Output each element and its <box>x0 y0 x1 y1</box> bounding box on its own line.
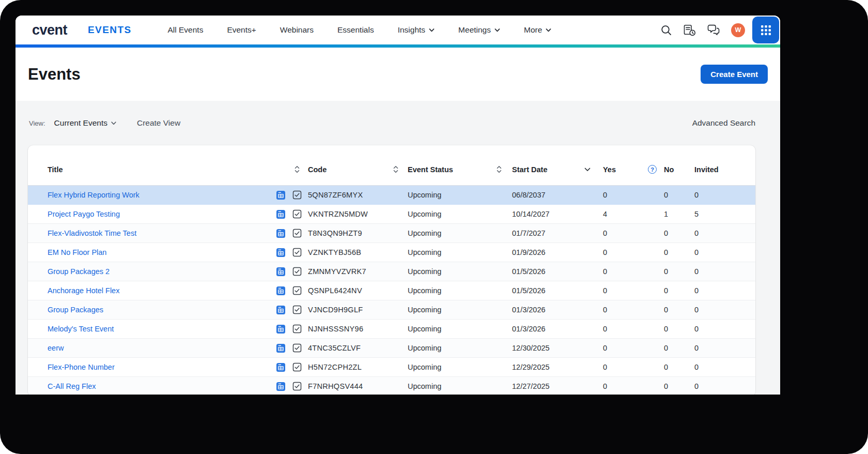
registration-check-icon[interactable] <box>292 324 308 334</box>
event-hub-icon[interactable] <box>276 362 292 372</box>
column-header-title[interactable]: Title <box>28 165 308 174</box>
column-header-code[interactable]: Code <box>308 165 408 174</box>
registration-check-icon[interactable] <box>292 190 308 200</box>
cell-code: F7NRHQSV444 <box>308 382 408 390</box>
nav-item[interactable]: More <box>524 25 551 35</box>
sort-icon[interactable] <box>497 165 502 173</box>
registration-check-icon[interactable] <box>292 286 308 295</box>
table-row[interactable]: Anchorage Hotel Flex QSNPL6424NV Upcomin… <box>28 281 755 300</box>
table-row[interactable]: Project Paygo Testing VKNTRZN5MDW Upcomi… <box>28 205 755 224</box>
column-header-event-status[interactable]: Event Status <box>408 165 512 174</box>
event-hub-icon[interactable] <box>276 229 292 238</box>
table-row[interactable]: Melody's Test Event NJNHSSSNY96 Upcoming… <box>28 320 755 339</box>
chat-support-icon[interactable] <box>707 24 720 36</box>
event-title-link[interactable]: eerw <box>48 344 64 352</box>
nav-item-label: Insights <box>398 25 425 35</box>
cell-code: ZMNMYVZVRK7 <box>308 267 408 276</box>
sort-icon[interactable] <box>393 165 398 173</box>
table-row[interactable]: Group Packages 2 ZMNMYVZVRK7 Upcoming 01… <box>28 262 755 281</box>
event-hub-icon[interactable] <box>276 305 292 315</box>
registration-check-icon[interactable] <box>292 229 308 238</box>
registration-check-icon[interactable] <box>292 267 308 276</box>
column-header-start-date[interactable]: Start Date <box>512 165 603 174</box>
event-hub-icon[interactable] <box>276 248 292 258</box>
cell-start-date: 01/5/2026 <box>512 267 603 276</box>
event-hub-icon[interactable] <box>276 209 292 219</box>
avatar[interactable]: W <box>731 23 745 37</box>
recent-items-icon[interactable] <box>683 24 696 36</box>
event-hub-icon[interactable] <box>276 190 292 200</box>
cell-title: C-All Reg Flex <box>28 382 276 390</box>
table-row[interactable]: Flex-Vladivostok Time Test T8N3QN9HZT9 U… <box>28 224 755 243</box>
product-title: EVENTS <box>88 24 131 36</box>
chevron-down-icon <box>546 28 551 32</box>
table-row[interactable]: EM No Floor Plan VZNKTYBJ56B Upcoming 01… <box>28 243 755 262</box>
cell-status: Upcoming <box>408 229 512 237</box>
column-label: Event Status <box>408 165 453 174</box>
table-row[interactable]: Flex-Phone Number H5N72CPH2ZL Upcoming 1… <box>28 358 755 377</box>
create-event-button[interactable]: Create Event <box>701 65 768 84</box>
event-title-link[interactable]: Flex-Phone Number <box>48 363 115 371</box>
event-hub-icon[interactable] <box>276 324 292 334</box>
nav-item-label: Webinars <box>280 25 314 35</box>
create-view-link[interactable]: Create View <box>137 118 180 128</box>
view-label: View: <box>29 119 45 127</box>
nav-item[interactable]: Meetings <box>458 25 500 35</box>
registration-check-icon[interactable] <box>292 305 308 314</box>
cell-code: VJNCD9H9GLF <box>308 306 408 314</box>
event-title-link[interactable]: Group Packages 2 <box>48 267 110 276</box>
registration-check-icon[interactable] <box>292 248 308 257</box>
cell-status: Upcoming <box>408 306 512 314</box>
event-title-link[interactable]: Anchorage Hotel Flex <box>48 286 119 295</box>
device-frame: cvent EVENTS All Events Events+ Webinars… <box>0 0 868 454</box>
nav-item[interactable]: Insights <box>398 25 435 35</box>
help-icon[interactable]: ? <box>648 165 657 174</box>
event-title-link[interactable]: Project Paygo Testing <box>48 210 120 218</box>
cell-status: Upcoming <box>408 286 512 295</box>
column-label: Code <box>308 165 327 174</box>
chevron-down-icon <box>111 122 116 125</box>
registration-check-icon[interactable] <box>292 343 308 353</box>
cell-status: Upcoming <box>408 191 512 199</box>
event-hub-icon[interactable] <box>276 382 292 391</box>
event-title-link[interactable]: Melody's Test Event <box>48 325 114 333</box>
event-title-link[interactable]: Flex-Vladivostok Time Test <box>48 229 136 237</box>
table-row[interactable]: C-All Reg Flex F7NRHQSV444 Upcoming 12/2… <box>28 377 755 395</box>
advanced-search-link[interactable]: Advanced Search <box>692 118 755 128</box>
event-hub-icon[interactable] <box>276 267 292 277</box>
sort-icon[interactable] <box>295 165 300 173</box>
nav-item[interactable]: Webinars <box>280 25 314 35</box>
table-row[interactable]: Flex Hybrid Reporting Work 5QN87ZF6MYX U… <box>28 186 755 205</box>
cell-title: Anchorage Hotel Flex <box>28 286 276 295</box>
event-title-link[interactable]: C-All Reg Flex <box>48 382 96 390</box>
cvent-logo[interactable]: cvent <box>32 22 67 38</box>
event-title-link[interactable]: Flex Hybrid Reporting Work <box>48 191 140 199</box>
column-label: Title <box>48 165 63 174</box>
events-table: Title Code Event Status <box>28 145 755 395</box>
nav-item[interactable]: All Events <box>167 25 203 35</box>
view-bar: View: Current Events Create View Advance… <box>29 118 755 128</box>
app-launcher-button[interactable] <box>752 17 779 43</box>
table-row[interactable]: Group Packages VJNCD9H9GLF Upcoming 01/3… <box>28 300 755 320</box>
cell-code: VKNTRZN5MDW <box>308 210 408 218</box>
cell-title: Group Packages <box>28 306 276 314</box>
event-title-link[interactable]: EM No Floor Plan <box>48 248 106 256</box>
search-icon[interactable] <box>660 24 672 36</box>
table-row[interactable]: eerw 4TNC35CZLVF Upcoming 12/30/2025 0 0… <box>28 339 755 358</box>
current-view-dropdown[interactable]: Current Events <box>54 118 116 128</box>
column-header-yes: Yes ? <box>603 165 664 174</box>
sort-desc-icon[interactable] <box>584 168 591 172</box>
registration-check-icon[interactable] <box>292 382 308 391</box>
current-view-value: Current Events <box>54 118 107 128</box>
event-hub-icon[interactable] <box>276 343 292 353</box>
event-hub-icon[interactable] <box>276 286 292 296</box>
cell-no: 1 <box>664 210 694 218</box>
registration-check-icon[interactable] <box>292 362 308 372</box>
column-header-invited: Invited <box>694 165 755 174</box>
event-title-link[interactable]: Group Packages <box>48 306 103 314</box>
nav-item[interactable]: Essentials <box>337 25 374 35</box>
nav-item-label: Meetings <box>458 25 491 35</box>
cell-no: 0 <box>664 229 694 237</box>
nav-item[interactable]: Events+ <box>227 25 256 35</box>
registration-check-icon[interactable] <box>292 209 308 219</box>
